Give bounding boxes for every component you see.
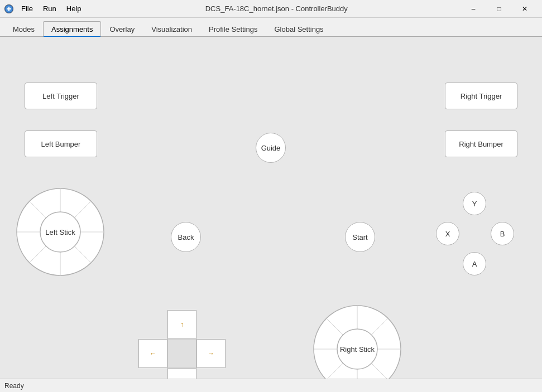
tab-overlay[interactable]: Overlay bbox=[101, 21, 143, 37]
dpad-up-button[interactable]: ↑ bbox=[167, 310, 196, 339]
title-bar: File Run Help DCS_FA-18C_hornet.json - C… bbox=[0, 0, 542, 18]
dpad-left-button[interactable]: ← bbox=[138, 339, 167, 368]
status-text: Ready bbox=[4, 382, 24, 390]
x-button[interactable]: X bbox=[436, 222, 459, 245]
right-stick[interactable]: Right Stick bbox=[313, 304, 402, 379]
close-button[interactable]: ✕ bbox=[512, 0, 538, 18]
maximize-button[interactable]: □ bbox=[486, 0, 512, 18]
tab-bar: Modes Assignments Overlay Visualization … bbox=[0, 18, 542, 37]
a-button[interactable]: A bbox=[463, 252, 486, 275]
y-button[interactable]: Y bbox=[463, 192, 486, 215]
app-icon bbox=[4, 4, 13, 13]
svg-text:Right Stick: Right Stick bbox=[340, 345, 375, 354]
guide-button[interactable]: Guide bbox=[256, 133, 286, 163]
b-button[interactable]: B bbox=[491, 222, 514, 245]
dpad-down-button[interactable]: ↓ bbox=[167, 368, 196, 379]
window-title: DCS_FA-18C_hornet.json - ControllerBuddy bbox=[93, 4, 461, 13]
start-button[interactable]: Start bbox=[345, 222, 375, 252]
left-stick[interactable]: Left Stick bbox=[16, 187, 105, 277]
file-menu[interactable]: File bbox=[17, 3, 37, 14]
status-bar: Ready bbox=[0, 379, 542, 392]
tab-visualization[interactable]: Visualization bbox=[143, 21, 200, 37]
left-bumper-button[interactable]: Left Bumper bbox=[25, 130, 97, 157]
left-trigger-button[interactable]: Left Trigger bbox=[25, 83, 97, 109]
tab-assignments[interactable]: Assignments bbox=[43, 21, 101, 37]
menu-bar: File Run Help bbox=[17, 3, 86, 14]
tab-profile-settings[interactable]: Profile Settings bbox=[200, 21, 266, 37]
tab-modes[interactable]: Modes bbox=[4, 21, 43, 37]
dpad-right-button[interactable]: → bbox=[196, 339, 226, 368]
help-menu[interactable]: Help bbox=[62, 3, 86, 14]
window-controls: – □ ✕ bbox=[461, 0, 538, 18]
svg-text:Left Stick: Left Stick bbox=[45, 228, 75, 236]
main-content: Left Trigger Right Trigger Left Bumper R… bbox=[0, 37, 542, 379]
right-bumper-button[interactable]: Right Bumper bbox=[445, 130, 517, 157]
minimize-button[interactable]: – bbox=[461, 0, 486, 18]
run-menu[interactable]: Run bbox=[39, 3, 61, 14]
svg-rect-2 bbox=[8, 7, 9, 11]
back-button[interactable]: Back bbox=[171, 222, 201, 252]
right-trigger-button[interactable]: Right Trigger bbox=[445, 83, 517, 109]
tab-global-settings[interactable]: Global Settings bbox=[266, 21, 332, 37]
